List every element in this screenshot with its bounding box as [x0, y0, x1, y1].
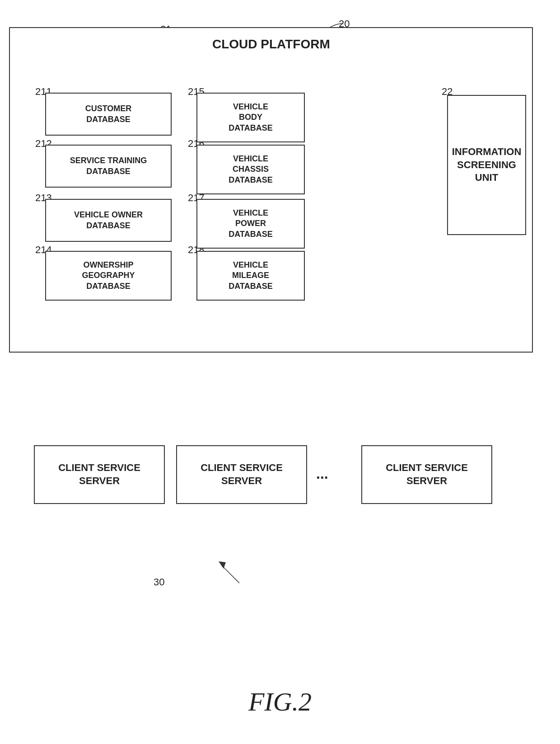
vehicle-mileage-database-box: VEHICLEMILEAGEDATABASE — [196, 251, 305, 301]
customer-database-box: CUSTOMERDATABASE — [45, 93, 172, 136]
client-service-server-2: CLIENT SERVICESERVER — [176, 445, 307, 504]
vehicle-body-database-box: VEHICLEBODYDATABASE — [196, 93, 305, 142]
ref-30: 30 — [154, 576, 164, 588]
client-service-server-3: CLIENT SERVICESERVER — [361, 445, 492, 504]
cloud-platform-label: CLOUD PLATFORM — [212, 36, 330, 52]
client-service-server-1: CLIENT SERVICESERVER — [34, 445, 165, 504]
vehicle-power-database-box: VEHICLEPOWERDATABASE — [196, 199, 305, 249]
vehicle-chassis-database-box: VEHICLECHASSISDATABASE — [196, 145, 305, 194]
service-training-database-box: SERVICE TRAININGDATABASE — [45, 145, 172, 188]
ellipsis: ... — [316, 466, 328, 482]
vehicle-owner-database-box: VEHICLE OWNERDATABASE — [45, 199, 172, 242]
ownership-geography-database-box: OWNERSHIPGEOGRAPHYDATABASE — [45, 251, 172, 301]
svg-marker-1 — [219, 561, 226, 569]
information-screening-unit-box: INFORMATIONSCREENINGUNIT — [447, 95, 526, 235]
figure-label: FIG.2 — [248, 687, 312, 717]
